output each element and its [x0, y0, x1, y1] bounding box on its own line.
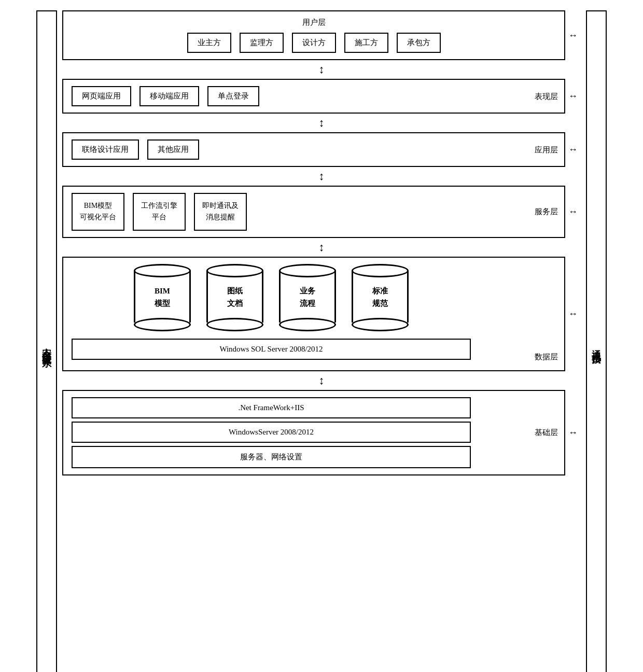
data-layer-label: 数据层 — [535, 352, 558, 362]
service-bim-line1: BIM模型 — [84, 202, 112, 209]
arrow-application-to-service: ↕ — [62, 167, 581, 186]
service-box-bim: BIM模型 可视化平台 — [72, 193, 124, 231]
service-box-workflow: 工作流引擎 平台 — [133, 193, 186, 231]
db-server-box: Windows SOL Server 2008/2012 — [72, 339, 471, 360]
cylinder-bim-label2: 模型 — [155, 299, 170, 307]
arrow-user-to-presentation: ↕ — [62, 60, 581, 79]
foundation-box-dotnet: .Net FrameWork+IIS — [72, 397, 471, 418]
cylinder-drawings: 图纸 文档 — [206, 264, 263, 331]
arrow-service-to-data: ↕ — [62, 238, 581, 257]
foundation-layer-row: .Net FrameWork+IIS WindowsServer 2008/20… — [62, 390, 581, 475]
user-layer-side-arrow: ↔ — [565, 30, 581, 41]
right-label-comm: 通讯接口 — [586, 10, 607, 672]
foundation-box-server-network: 服务器、网络设置 — [72, 446, 471, 468]
foundation-boxes: .Net FrameWork+IIS WindowsServer 2008/20… — [72, 397, 471, 468]
application-layer-label: 应用层 — [535, 145, 558, 155]
pres-box-web: 网页端应用 — [72, 86, 131, 106]
user-box-owner: 业主方 — [187, 33, 231, 53]
cylinder-bim: BIM 模型 — [134, 264, 191, 331]
foundation-layer-content: .Net FrameWork+IIS WindowsServer 2008/20… — [72, 397, 512, 468]
service-msg-line1: 即时通讯及 — [202, 202, 239, 209]
application-layer-block: 联络设计应用 其他应用 应用层 — [62, 132, 565, 167]
presentation-layer-side-arrow: ↔ — [565, 91, 581, 102]
arrow-symbol-4: ↕ — [319, 241, 325, 254]
service-layer-block: BIM模型 可视化平台 工作流引擎 平台 即时通讯及 消息提醒 服务层 — [62, 186, 565, 238]
app-box-other: 其他应用 — [147, 139, 199, 160]
service-layer-content: BIM模型 可视化平台 工作流引擎 平台 即时通讯及 消息提醒 服务层 — [72, 193, 512, 231]
cylinder-workflow-label2: 流程 — [300, 299, 315, 307]
user-layer-content: 用户层 业主方 监理方 设计方 施工方 承包方 — [72, 18, 556, 53]
user-boxes: 业主方 监理方 设计方 施工方 承包方 — [72, 33, 556, 53]
cylinder-standards: 标准 规范 — [352, 264, 409, 331]
user-layer-block: 用户层 业主方 监理方 设计方 施工方 承包方 — [62, 10, 565, 60]
foundation-layer-block: .Net FrameWork+IIS WindowsServer 2008/20… — [62, 390, 565, 475]
arrow-symbol-3: ↕ — [319, 170, 325, 183]
data-layer-row: BIM 模型 — [62, 257, 581, 371]
arrow-presentation-to-application: ↕ — [62, 114, 581, 132]
foundation-layer-side-arrow: ↔ — [565, 427, 581, 438]
cylinders-row: BIM 模型 — [72, 264, 471, 331]
presentation-layer-block: 网页端应用 移动端应用 单点登录 表现层 — [62, 79, 565, 114]
cylinder-standards-label2: 规范 — [372, 299, 388, 307]
data-layer-side-arrow: ↔ — [565, 309, 581, 319]
cylinder-drawings-label2: 文档 — [227, 299, 243, 307]
cylinder-bim-label1: BIM — [155, 287, 170, 295]
arrow-symbol-1: ↕ — [319, 63, 325, 76]
service-workflow-line2: 平台 — [152, 213, 166, 221]
user-layer-row: 用户层 业主方 监理方 设计方 施工方 承包方 ↔ — [62, 10, 581, 60]
application-layer-row: 联络设计应用 其他应用 应用层 ↔ — [62, 132, 581, 167]
application-layer-content: 联络设计应用 其他应用 应用层 — [72, 139, 512, 160]
arrow-data-to-foundation: ↕ — [62, 371, 581, 390]
cylinder-standards-label1: 标准 — [372, 287, 388, 295]
service-msg-line2: 消息提醒 — [206, 213, 235, 221]
data-layer-content: BIM 模型 — [72, 264, 512, 360]
cylinder-workflow: 业务 流程 — [279, 264, 336, 331]
user-box-constructor: 施工方 — [344, 33, 388, 53]
cylinder-drawings-label1: 图纸 — [227, 287, 243, 295]
arrow-symbol-5: ↕ — [319, 374, 325, 387]
foundation-layer-label: 基础层 — [535, 428, 558, 438]
user-box-supervisor: 监理方 — [240, 33, 284, 53]
presentation-layer-content: 网页端应用 移动端应用 单点登录 表现层 — [72, 86, 512, 106]
pres-box-sso: 单点登录 — [207, 86, 259, 106]
presentation-layer-row: 网页端应用 移动端应用 单点登录 表现层 ↔ — [62, 79, 581, 114]
pres-box-mobile: 移动端应用 — [139, 86, 199, 106]
user-box-designer: 设计方 — [292, 33, 336, 53]
app-box-design: 联络设计应用 — [72, 139, 139, 160]
presentation-layer-label: 表现层 — [535, 91, 558, 101]
data-layer-block: BIM 模型 — [62, 257, 565, 371]
user-box-contractor: 承包方 — [397, 33, 441, 53]
service-box-messaging: 即时通讯及 消息提醒 — [194, 193, 247, 231]
foundation-box-winserver: WindowsServer 2008/2012 — [72, 422, 471, 443]
service-layer-label: 服务层 — [535, 207, 558, 217]
service-layer-side-arrow: ↔ — [565, 206, 581, 217]
user-layer-title: 用户层 — [72, 18, 556, 27]
service-layer-row: BIM模型 可视化平台 工作流引擎 平台 即时通讯及 消息提醒 服务层 — [62, 186, 581, 238]
arrow-symbol-2: ↕ — [319, 116, 325, 130]
application-layer-side-arrow: ↔ — [565, 144, 581, 155]
cylinder-workflow-label1: 业务 — [300, 287, 315, 295]
service-workflow-line1: 工作流引擎 — [141, 202, 177, 209]
main-architecture-diagram: 用户层 业主方 监理方 设计方 施工方 承包方 ↔ ↕ — [62, 10, 581, 672]
service-bim-line2: 可视化平台 — [80, 213, 116, 221]
left-label-security: 安全保障体系 — [36, 10, 57, 672]
